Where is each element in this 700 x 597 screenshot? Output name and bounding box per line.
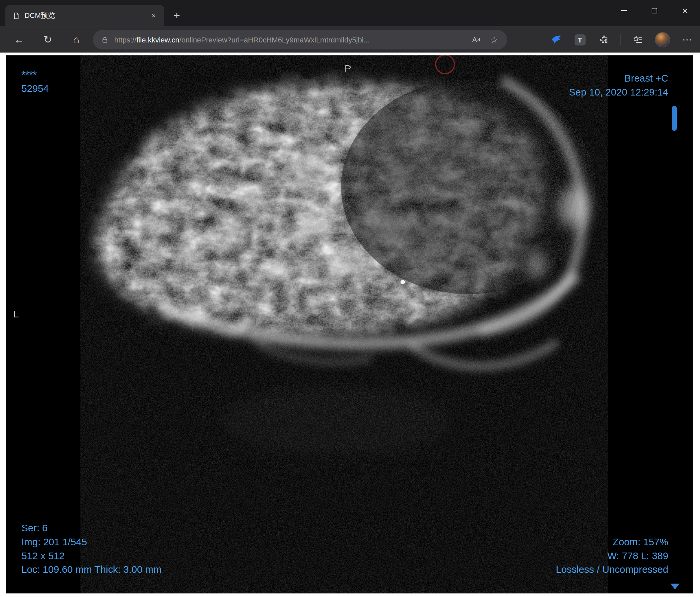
image-matrix: 512 x 512	[22, 549, 161, 563]
document-favicon-icon	[12, 12, 20, 20]
tab-close-button[interactable]: ×	[148, 10, 159, 21]
translate-extension-icon[interactable]	[550, 33, 563, 47]
read-aloud-icon[interactable]: A	[470, 33, 483, 47]
orientation-marker-left: L	[13, 307, 19, 321]
mri-image	[6, 55, 693, 593]
url-scheme: https://	[114, 35, 136, 44]
dicom-viewer[interactable]: **** 52954 P Breast +C Sep 10, 2020 12:2…	[6, 55, 693, 593]
new-tab-button[interactable]: +	[170, 8, 184, 22]
compression-info: Lossless / Uncompressed	[556, 563, 668, 576]
url-text[interactable]: https://file.kkview.cn/onlinePreview?url…	[114, 35, 465, 44]
home-button[interactable]: ⌂	[67, 30, 86, 49]
toolbar-divider	[620, 34, 621, 46]
series-scrollbar-thumb[interactable]	[672, 106, 677, 131]
study-description: Breast +C	[569, 71, 669, 85]
window-level: W: 778 L: 389	[556, 549, 668, 563]
back-button[interactable]: ←	[10, 30, 29, 49]
extensions-area: T ⋯	[550, 32, 694, 47]
tab-dcm-preview[interactable]: DCM预览 ×	[5, 5, 164, 27]
settings-more-icon[interactable]: ⋯	[680, 33, 694, 47]
orientation-marker-posterior: P	[345, 62, 351, 76]
overlay-patient-info: **** 52954	[22, 68, 49, 95]
page-content: **** 52954 P Breast +C Sep 10, 2020 12:2…	[0, 53, 700, 597]
patient-id-masked: ****	[22, 68, 49, 82]
url-path: /onlinePreview?url=aHR0cHM6Ly9maWxlLmtrd…	[179, 35, 370, 44]
window-controls: ×	[609, 0, 700, 21]
series-number: Ser: 6	[22, 521, 161, 535]
window-maximize-button[interactable]	[639, 0, 670, 21]
favorite-star-icon[interactable]: ☆	[488, 33, 501, 47]
overlay-series-info: Ser: 6 Img: 201 1/545 512 x 512 Loc: 109…	[22, 521, 161, 576]
slice-location: Loc: 109.60 mm Thick: 3.00 mm	[22, 563, 161, 576]
browser-toolbar: ← ↻ ⌂ https://file.kkview.cn/onlinePrevi…	[0, 27, 700, 53]
url-host: file.kkview.cn	[136, 35, 179, 44]
extensions-puzzle-icon[interactable]	[597, 33, 610, 47]
minimize-icon	[621, 10, 627, 11]
favorites-hub-icon[interactable]	[631, 33, 645, 47]
tab-strip: DCM预览 × + ×	[0, 0, 700, 27]
close-icon: ×	[682, 6, 688, 15]
zoom-level: Zoom: 157%	[556, 535, 668, 549]
study-datetime: Sep 10, 2020 12:29:14	[569, 85, 669, 99]
read-aloud-letter: A	[472, 36, 477, 43]
maximize-icon	[652, 8, 657, 13]
tab-title: DCM预览	[25, 11, 144, 21]
scroll-down-arrow[interactable]	[671, 584, 679, 589]
overlay-display-info: Zoom: 157% W: 778 L: 389 Lossless / Unco…	[556, 535, 668, 576]
refresh-button[interactable]: ↻	[39, 30, 57, 49]
window-close-button[interactable]: ×	[670, 0, 700, 21]
tampermonkey-extension-icon[interactable]: T	[573, 33, 586, 47]
overlay-study-info: Breast +C Sep 10, 2020 12:29:14	[569, 71, 669, 99]
lock-icon[interactable]	[100, 33, 110, 47]
patient-number: 52954	[22, 82, 49, 96]
browser-window: DCM预览 × + × ← ↻ ⌂ https://file.kkview.cn…	[0, 0, 700, 597]
image-number: Img: 201 1/545	[22, 535, 161, 549]
profile-avatar[interactable]	[655, 32, 670, 47]
address-bar[interactable]: https://file.kkview.cn/onlinePreview?url…	[93, 30, 507, 49]
window-minimize-button[interactable]	[609, 0, 639, 21]
